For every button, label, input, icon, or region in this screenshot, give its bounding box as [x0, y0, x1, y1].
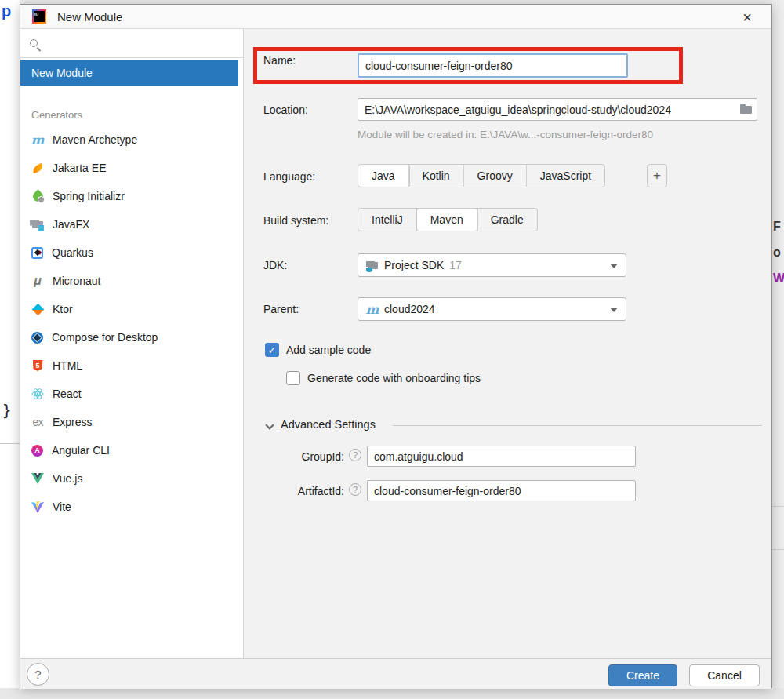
language-option-java[interactable]: Java — [358, 165, 409, 187]
generator-label: Vite — [53, 501, 71, 513]
chevron-down-icon — [610, 308, 618, 312]
build-option-gradle[interactable]: Gradle — [477, 209, 537, 231]
language-segmented-control: Java Kotlin Groovy JavaScript — [358, 164, 605, 187]
language-label: Language: — [263, 170, 315, 183]
artifactid-help-icon[interactable]: ? — [349, 483, 361, 496]
background-text-fragment: } — [2, 402, 11, 419]
groupid-help-icon[interactable]: ? — [349, 449, 361, 461]
jdk-dropdown[interactable]: Project SDK 17 — [358, 253, 626, 277]
location-hint: Module will be created in: E:\JAVA\w...-… — [358, 129, 653, 140]
vuejs-icon — [31, 472, 44, 485]
generator-label: Quarkus — [52, 246, 93, 259]
add-sample-code-checkbox[interactable]: ✓ — [265, 343, 279, 357]
spring-initializr-icon — [31, 190, 44, 202]
sidebar-item-micronaut[interactable]: μ Micronaut — [20, 267, 243, 295]
sidebar-item-vite[interactable]: Vite — [20, 493, 243, 521]
generator-label: Compose for Desktop — [52, 331, 158, 344]
generator-label: Micronaut — [53, 275, 100, 287]
jdk-label: JDK: — [263, 259, 287, 271]
dialog-footer: ? Create Cancel — [20, 658, 771, 689]
generator-label: Angular CLI — [52, 444, 110, 457]
search-icon — [30, 39, 38, 47]
vite-icon — [31, 501, 44, 513]
sidebar-item-quarkus[interactable]: Quarkus — [20, 238, 243, 267]
parent-value: cloud2024 — [384, 303, 435, 315]
jakarta-ee-icon — [31, 162, 44, 174]
location-input[interactable] — [358, 98, 757, 121]
maven-module-icon: m — [366, 303, 379, 315]
sidebar-item-angular-cli[interactable]: A Angular CLI — [20, 436, 243, 464]
artifactid-label: ArtifactId: — [263, 485, 344, 497]
sidebar-item-ktor[interactable]: Ktor — [20, 295, 243, 323]
build-system-segmented-control: IntelliJ Maven Gradle — [358, 208, 538, 231]
background-divider — [772, 506, 784, 507]
dialog-titlebar[interactable]: IU New Module × — [20, 5, 771, 29]
express-icon: ex — [31, 416, 44, 428]
generators-section-label: Generators — [31, 109, 243, 121]
sidebar-item-html[interactable]: 5 HTML — [20, 351, 243, 380]
dialog-body: New Module Generators m Maven Archetype … — [20, 29, 771, 658]
sidebar-item-maven-archetype[interactable]: m Maven Archetype — [20, 126, 243, 154]
intellij-idea-icon: IU — [32, 9, 46, 24]
background-bottom-strip — [0, 688, 784, 699]
background-text-fragment: p — [2, 2, 11, 20]
background-divider — [0, 443, 20, 444]
sidebar-item-spring-initializr[interactable]: Spring Initializr — [20, 182, 243, 210]
sidebar-item-compose-for-desktop[interactable]: Compose for Desktop — [20, 323, 243, 351]
jdk-value: Project SDK — [384, 259, 444, 271]
create-button[interactable]: Create — [608, 664, 677, 686]
name-label: Name: — [263, 54, 296, 67]
react-icon — [31, 388, 44, 400]
sidebar-item-javafx[interactable]: JavaFX — [20, 210, 243, 238]
language-option-javascript[interactable]: JavaScript — [527, 165, 604, 187]
new-module-dialog: IU New Module × New Module Generators m … — [20, 4, 772, 688]
sidebar-item-express[interactable]: ex Express — [20, 408, 243, 436]
cancel-button[interactable]: Cancel — [689, 664, 760, 686]
parent-label: Parent: — [263, 303, 299, 315]
language-option-groovy[interactable]: Groovy — [464, 165, 527, 187]
background-text-fragment: F — [773, 220, 781, 234]
background-editor-left: p } — [0, 0, 20, 699]
add-language-button[interactable]: + — [647, 164, 667, 187]
onboarding-tips-label: Generate code with onboarding tips — [307, 372, 481, 384]
sidebar-item-label: New Module — [31, 67, 93, 79]
dialog-title: New Module — [57, 10, 122, 24]
generator-label: Vue.js — [53, 472, 82, 485]
generator-label: React — [53, 388, 82, 400]
advanced-settings-title[interactable]: Advanced Settings — [281, 418, 376, 431]
generator-search-input[interactable] — [20, 29, 243, 58]
angular-icon: A — [31, 445, 43, 457]
sidebar-item-new-module[interactable]: New Module — [20, 60, 238, 86]
micronaut-icon: μ — [31, 275, 44, 287]
javafx-icon — [31, 218, 44, 231]
browse-folder-icon[interactable] — [740, 104, 753, 114]
onboarding-tips-checkbox[interactable] — [286, 371, 300, 385]
location-field-wrap — [358, 98, 757, 121]
help-icon[interactable]: ? — [27, 663, 49, 686]
background-divider — [772, 549, 784, 550]
ktor-icon — [31, 303, 44, 315]
chevron-down-icon — [610, 264, 618, 268]
groupid-input[interactable] — [367, 446, 636, 467]
add-sample-code-label: Add sample code — [286, 344, 371, 356]
sidebar-item-jakarta-ee[interactable]: Jakarta EE — [20, 154, 243, 182]
sidebar-item-vuejs[interactable]: Vue.js — [20, 464, 243, 493]
language-option-kotlin[interactable]: Kotlin — [409, 165, 464, 187]
parent-dropdown[interactable]: m cloud2024 — [358, 297, 626, 321]
sidebar-item-react[interactable]: React — [20, 380, 243, 408]
close-icon[interactable]: × — [737, 7, 757, 27]
artifactid-input[interactable] — [367, 480, 636, 501]
name-input[interactable] — [358, 53, 628, 78]
compose-icon — [31, 332, 43, 344]
generator-label: Spring Initializr — [53, 190, 125, 202]
generator-label: HTML — [53, 359, 82, 372]
advanced-settings-chevron-icon[interactable] — [265, 420, 274, 429]
build-option-maven[interactable]: Maven — [417, 209, 477, 231]
jdk-version: 17 — [449, 259, 462, 271]
background-editor-right: F o W — [772, 0, 784, 699]
groupid-label: GroupId: — [263, 450, 344, 463]
build-option-intellij[interactable]: IntelliJ — [358, 209, 417, 231]
generator-label: Express — [53, 416, 93, 428]
background-text-fragment: o — [773, 246, 781, 260]
build-system-label: Build system: — [263, 214, 328, 227]
